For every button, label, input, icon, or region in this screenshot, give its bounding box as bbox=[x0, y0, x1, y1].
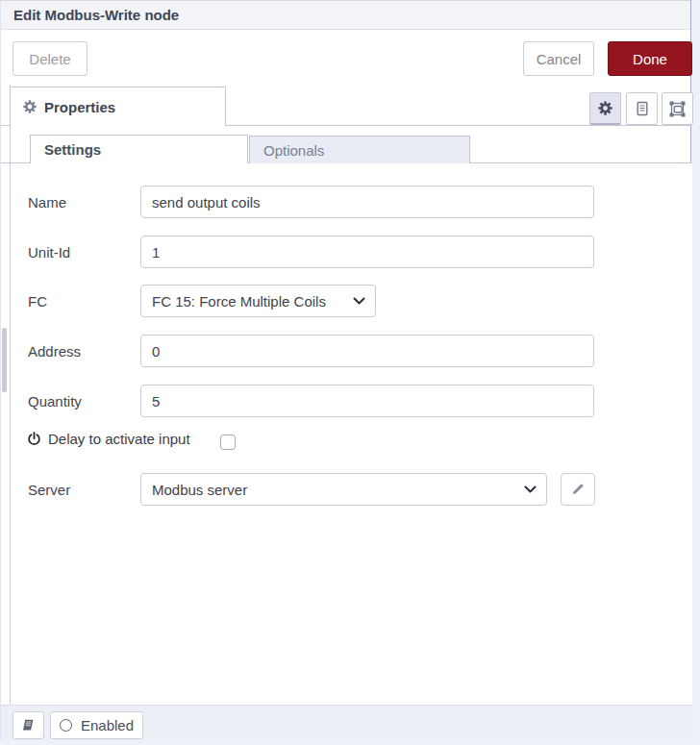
delay-label: Delay to activate input bbox=[48, 431, 190, 447]
dialog-title: Edit Modbus-Write node bbox=[13, 7, 179, 23]
settings-form: Name Unit-Id FC FC 15: Force Multiple Co… bbox=[11, 163, 692, 705]
circle-icon bbox=[60, 719, 72, 732]
address-row: Address bbox=[11, 335, 692, 367]
edit-node-dialog: Edit Modbus-Write node Delete Cancel Don… bbox=[0, 0, 691, 741]
book-icon bbox=[21, 718, 36, 733]
edit-server-button[interactable] bbox=[561, 473, 595, 506]
cancel-button[interactable]: Cancel bbox=[523, 41, 594, 76]
tab-settings-label: Settings bbox=[44, 141, 101, 158]
dialog-toolbar: Delete Cancel Done bbox=[1, 30, 690, 86]
fc-row: FC FC 15: Force Multiple Coils bbox=[11, 285, 692, 317]
screen: Edit Modbus-Write node Delete Cancel Don… bbox=[0, 0, 700, 745]
appearance-icon bbox=[669, 101, 686, 117]
unit-id-label: Unit-Id bbox=[28, 244, 70, 261]
description-icon bbox=[635, 101, 650, 116]
dialog-footer: Enabled bbox=[1, 705, 692, 741]
description-button[interactable] bbox=[626, 92, 658, 125]
properties-gear-button[interactable] bbox=[589, 92, 621, 125]
quantity-label: Quantity bbox=[28, 393, 82, 410]
fc-label: FC bbox=[28, 293, 47, 310]
tab-optionals-label: Optionals bbox=[263, 142, 324, 159]
chevron-down-icon bbox=[353, 297, 365, 305]
power-icon bbox=[27, 432, 41, 446]
dialog-header: Edit Modbus-Write node bbox=[1, 0, 690, 30]
fc-select[interactable]: FC 15: Force Multiple Coils bbox=[140, 285, 376, 317]
chevron-down-icon bbox=[524, 485, 537, 493]
tab-properties-label: Properties bbox=[44, 99, 115, 115]
unit-id-input[interactable] bbox=[140, 236, 594, 268]
enabled-toggle-button[interactable]: Enabled bbox=[50, 711, 143, 739]
quantity-row: Quantity bbox=[11, 385, 692, 417]
delete-button[interactable]: Delete bbox=[12, 41, 88, 76]
panel-left-border bbox=[10, 85, 11, 705]
quantity-input[interactable] bbox=[140, 385, 594, 417]
appearance-button[interactable] bbox=[662, 92, 693, 125]
done-button[interactable]: Done bbox=[608, 41, 692, 76]
tab-properties[interactable]: Properties bbox=[10, 87, 226, 126]
name-row: Name bbox=[11, 186, 692, 218]
unit-id-row: Unit-Id bbox=[11, 236, 692, 268]
gear-icon bbox=[23, 100, 37, 113]
docs-button[interactable] bbox=[12, 711, 44, 739]
server-row: Server Modbus server bbox=[11, 473, 692, 506]
pencil-icon bbox=[571, 483, 585, 496]
delay-label-group: Delay to activate input bbox=[27, 431, 190, 447]
enabled-label: Enabled bbox=[81, 717, 134, 733]
address-input[interactable] bbox=[140, 335, 594, 367]
tray-resize-handle[interactable] bbox=[2, 328, 7, 392]
tab-optionals[interactable]: Optionals bbox=[249, 136, 470, 163]
delay-row: Delay to activate input bbox=[11, 431, 692, 454]
server-select-value: Modbus server bbox=[141, 482, 524, 498]
delay-checkbox[interactable] bbox=[220, 435, 236, 450]
name-label: Name bbox=[28, 194, 66, 211]
server-select[interactable]: Modbus server bbox=[140, 473, 547, 506]
address-label: Address bbox=[28, 343, 81, 360]
tab-settings[interactable]: Settings bbox=[30, 135, 248, 163]
name-input[interactable] bbox=[140, 186, 594, 218]
form-tab-row: Settings Optionals bbox=[1, 126, 690, 163]
editor-tab-row: Properties bbox=[1, 85, 690, 126]
fc-select-value: FC 15: Force Multiple Coils bbox=[141, 293, 353, 310]
gear-icon bbox=[598, 101, 612, 115]
server-label: Server bbox=[28, 482, 70, 498]
